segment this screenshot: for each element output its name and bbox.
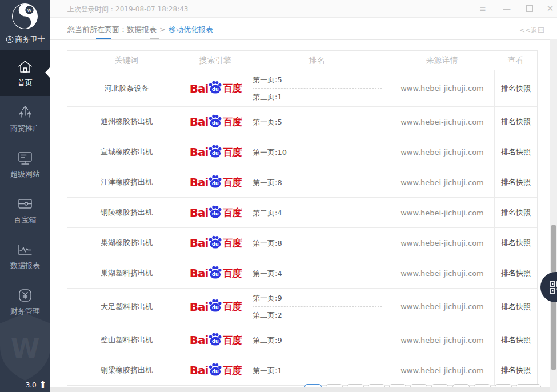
- snapshot-link[interactable]: 排名快照: [494, 167, 537, 197]
- baidu-logo: Baidu百度: [190, 299, 242, 314]
- baidu-logo-bai: Bai: [190, 206, 209, 219]
- snapshot-link[interactable]: 排名快照: [494, 355, 537, 385]
- snapshot-link[interactable]: 排名快照: [494, 258, 537, 288]
- table-row: 铜梁橡胶挤出机Baidu百度第一页:1www.hebei-jichuji.com…: [67, 355, 537, 385]
- sidebar-item-site[interactable]: 超级网站: [0, 142, 50, 187]
- baidu-paw-icon: du: [208, 362, 222, 377]
- source-url-cell: www.hebei-jichuji.com: [390, 167, 494, 197]
- baidu-logo-bai: Bai: [190, 82, 209, 95]
- baidu-logo-bai: Bai: [190, 300, 209, 314]
- sidebar-item-label: 数据报表: [0, 261, 50, 271]
- sidebar-item-report[interactable]: 数据报表: [0, 233, 50, 279]
- baidu-logo-bai: Bai: [190, 115, 209, 129]
- svg-text:W: W: [11, 333, 40, 364]
- breadcrumb-bar: 您当前所在页面：数据报表>移动优化报表 <<返回: [50, 18, 557, 40]
- engine-cell: Baidu百度: [186, 167, 245, 197]
- svg-text:du: du: [212, 181, 219, 186]
- breadcrumb: 您当前所在页面：数据报表>移动优化报表: [67, 25, 213, 35]
- snapshot-link[interactable]: 排名快照: [494, 198, 537, 227]
- title-bar: 上次登录时间：2019-08-07 18:28:43 ≡ — ✕: [50, 0, 557, 18]
- back-link[interactable]: <<返回: [519, 26, 544, 35]
- rank-line: 第二页:9: [253, 332, 382, 349]
- baidu-logo-bai: Bai: [190, 145, 209, 159]
- rank-line: 第一页:4: [253, 265, 382, 282]
- maximize-icon[interactable]: [524, 0, 535, 17]
- baidu-logo-bai: Bai: [190, 363, 209, 377]
- tab-active-indicator[interactable]: [96, 38, 111, 39]
- snapshot-link[interactable]: 排名快照: [494, 107, 537, 137]
- sidebar-item-box[interactable]: 百宝箱: [0, 187, 50, 233]
- engine-cell: Baidu百度: [186, 107, 245, 137]
- svg-text:du: du: [212, 241, 219, 247]
- source-url-cell: www.hebei-jichuji.com: [390, 289, 494, 325]
- close-icon[interactable]: ✕: [545, 0, 555, 17]
- baidu-paw-icon: du: [208, 332, 222, 346]
- breadcrumb-current-link[interactable]: 移动优化报表: [169, 25, 213, 34]
- svg-text:du: du: [212, 211, 219, 217]
- snapshot-link[interactable]: 排名快照: [494, 289, 537, 325]
- baidu-logo-cn: 百度: [223, 82, 241, 95]
- sidebar-item-finance[interactable]: 财务管理: [0, 279, 50, 325]
- rank-line: 第一页:5: [253, 114, 382, 130]
- qr-code-icon: [549, 281, 557, 294]
- keyword-cell: 铜陵橡胶挤出机: [67, 198, 186, 227]
- rank-cell: 第一页:5第三页:1: [245, 70, 390, 106]
- baidu-logo: Baidu百度: [190, 81, 242, 95]
- sidebar-item-label: 百宝箱: [0, 215, 50, 225]
- sidebar-item-home[interactable]: 首页: [0, 50, 50, 96]
- baidu-logo: Baidu百度: [190, 363, 242, 378]
- source-url-cell: www.hebei-jichuji.com: [390, 137, 494, 167]
- col-header-engine: 搜索引擎: [186, 55, 245, 66]
- rank-line: 第三页:1: [253, 89, 382, 105]
- scrollbar-track[interactable]: [550, 39, 557, 392]
- baidu-logo-bai: Bai: [190, 175, 209, 189]
- qr-float-button[interactable]: [540, 272, 557, 302]
- rank-cell: 第一页:10: [245, 137, 390, 167]
- table-row: 大足塑料挤出机Baidu百度第一页:9第二页:2www.hebei-jichuj…: [67, 288, 537, 325]
- rank-line: 第二页:4: [253, 205, 382, 221]
- col-header-keyword: 关键词: [67, 55, 186, 66]
- rank-line: 第一页:8: [253, 235, 382, 251]
- table-row: 河北胶条设备Baidu百度第一页:5第三页:1www.hebei-jichuji…: [67, 70, 537, 106]
- source-url-cell: www.hebei-jichuji.com: [390, 198, 494, 227]
- website-icon: [0, 142, 50, 167]
- active-item-notch: [45, 67, 50, 78]
- baidu-paw-icon: du: [208, 174, 222, 189]
- baidu-logo: Baidu百度: [190, 115, 242, 129]
- engine-cell: Baidu百度: [186, 258, 245, 288]
- baidu-paw-icon: du: [208, 80, 222, 94]
- engine-cell: Baidu百度: [186, 70, 245, 106]
- upgrade-arrow-icon[interactable]: ⬆: [39, 380, 47, 390]
- snapshot-link[interactable]: 排名快照: [494, 137, 537, 167]
- minimize-icon[interactable]: —: [502, 0, 512, 17]
- snapshot-link[interactable]: 排名快照: [494, 325, 537, 355]
- table-row: 璧山塑料挤出机Baidu百度第二页:9www.hebei-jichuji.com…: [67, 325, 537, 355]
- tab-inactive-indicator[interactable]: [150, 38, 159, 39]
- window-menu-icon[interactable]: ≡: [478, 0, 488, 17]
- last-login-label: 上次登录时间：2019-08-07 18:28:43: [67, 5, 188, 14]
- source-url-cell: www.hebei-jichuji.com: [390, 107, 494, 137]
- rank-line: 第二页:2: [253, 307, 382, 323]
- table-row: 巢湖塑料挤出机Baidu百度第一页:4www.hebei-jichuji.com…: [67, 258, 537, 288]
- rank-cell: 第一页:9第二页:2: [245, 289, 390, 325]
- rank-cell: 第一页:5: [245, 107, 390, 137]
- baidu-paw-icon: du: [208, 205, 222, 219]
- source-url-cell: www.hebei-jichuji.com: [390, 325, 494, 355]
- snapshot-link[interactable]: 排名快照: [494, 70, 537, 106]
- sidebar-item-promo[interactable]: 商贸推广: [0, 96, 50, 142]
- baidu-logo-cn: 百度: [223, 300, 241, 313]
- baidu-logo-cn: 百度: [223, 146, 241, 159]
- engine-cell: Baidu百度: [186, 198, 245, 227]
- baidu-logo: Baidu百度: [190, 145, 242, 159]
- engine-cell: Baidu百度: [186, 289, 245, 325]
- breadcrumb-section[interactable]: 数据报表: [127, 25, 157, 34]
- svg-text:A: A: [8, 37, 11, 42]
- snapshot-link[interactable]: 排名快照: [494, 228, 537, 258]
- engine-cell: Baidu百度: [186, 355, 245, 385]
- report-icon: [0, 233, 50, 259]
- keyword-cell: 宣城橡胶挤出机: [67, 137, 186, 167]
- keyword-cell: 巢湖橡胶挤出机: [67, 228, 186, 258]
- source-url-cell: www.hebei-jichuji.com: [390, 70, 494, 106]
- baidu-paw-icon: du: [208, 265, 222, 279]
- svg-text:w: w: [27, 7, 31, 13]
